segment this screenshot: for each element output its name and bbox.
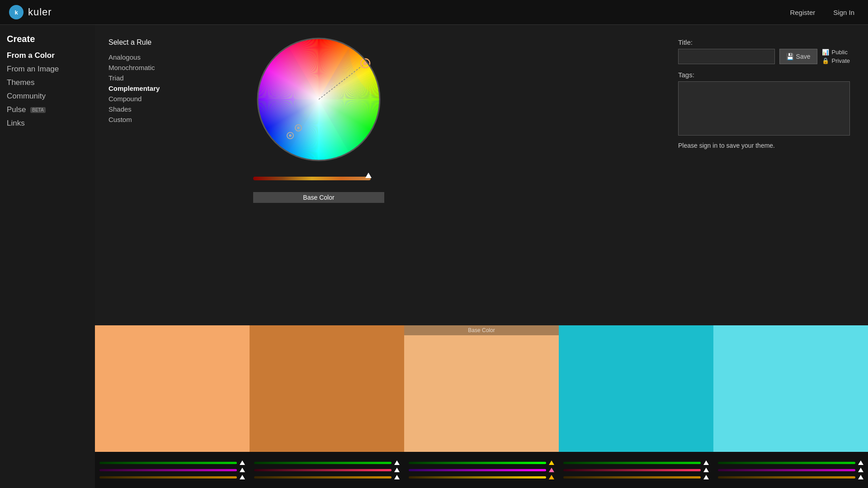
slider-thumb-5-2[interactable]	[858, 468, 863, 472]
save-icon: 💾	[786, 53, 794, 60]
slider-track-4-2[interactable]	[563, 469, 701, 471]
register-link[interactable]: Register	[790, 9, 815, 16]
rule-panel: Select a Rule Analogous Monochromatic Tr…	[108, 38, 199, 125]
hue-slider[interactable]	[253, 172, 384, 185]
slider-track-2-3[interactable]	[254, 476, 392, 479]
visibility-private[interactable]: 🔒 Private	[822, 57, 850, 64]
private-icon: 🔒	[822, 57, 829, 64]
slider-thumb-4-2[interactable]	[703, 468, 709, 472]
swatch-4[interactable]	[559, 325, 713, 452]
slider-thumb-4-1[interactable]	[703, 460, 709, 465]
public-label: Public	[832, 49, 848, 56]
tags-input[interactable]	[678, 81, 850, 136]
color-wheel-container[interactable]	[253, 34, 384, 165]
rule-complementary[interactable]: Complementary	[108, 83, 199, 94]
slider-row-4-2	[563, 468, 709, 472]
signin-link[interactable]: Sign In	[833, 9, 854, 16]
header: k kuler Register Sign In	[0, 0, 868, 25]
sidebar-item-themes[interactable]: Themes	[7, 76, 95, 89]
slider-track-5-2[interactable]	[718, 469, 855, 471]
base-color-indicator: Base Color	[404, 325, 559, 335]
slider-track-3-2[interactable]	[409, 469, 546, 471]
slider-thumb-5-3[interactable]	[858, 475, 863, 479]
rule-triad[interactable]: Triad	[108, 73, 199, 83]
slider-col-4	[559, 452, 713, 488]
rule-monochromatic[interactable]: Monochromatic	[108, 62, 199, 73]
slider-col-1	[95, 452, 250, 488]
rule-compound[interactable]: Compound	[108, 94, 199, 104]
title-input-row: 💾 Save 📊 Public 🔒 Private	[678, 49, 850, 64]
sidebar-item-links[interactable]: Links	[7, 117, 95, 130]
slider-row-4-1	[563, 460, 709, 465]
slider-thumb-1-3[interactable]	[240, 475, 245, 479]
sidebar-item-pulse[interactable]: Pulse BETA	[7, 103, 95, 117]
slider-row-3-1	[409, 460, 554, 465]
slider-track-1-2[interactable]	[99, 469, 237, 471]
bottom-sliders	[95, 452, 868, 488]
slider-track-3-3[interactable]	[409, 476, 546, 479]
slider-thumb-2-2[interactable]	[394, 468, 400, 472]
title-label: Title:	[678, 38, 850, 46]
slider-thumb-1-2[interactable]	[240, 468, 245, 472]
slider-row-2-1	[254, 460, 400, 465]
private-label: Private	[832, 57, 850, 64]
title-input[interactable]	[678, 49, 775, 64]
swatch-3[interactable]: Base Color	[404, 325, 559, 452]
slider-row-5-1	[718, 460, 863, 465]
rule-shades[interactable]: Shades	[108, 104, 199, 114]
slider-track-4-3[interactable]	[563, 476, 701, 479]
slider-row-3-2	[409, 468, 554, 472]
public-icon: 📊	[822, 49, 829, 56]
slider-track-2-2[interactable]	[254, 469, 392, 471]
slider-row-1-1	[99, 460, 245, 465]
slider-thumb-2-1[interactable]	[394, 460, 400, 465]
sidebar-section-title: Create	[7, 34, 95, 44]
logo-text: k	[14, 9, 18, 16]
slider-row-4-3	[563, 475, 709, 479]
slider-thumb-3-1[interactable]	[549, 460, 554, 465]
slider-thumb-5-1[interactable]	[858, 460, 863, 465]
slider-thumb-2-3[interactable]	[394, 475, 400, 479]
slider-thumb-1-1[interactable]	[240, 460, 245, 465]
color-wheel[interactable]	[253, 34, 384, 165]
header-nav: Register Sign In	[790, 9, 854, 16]
visibility-public[interactable]: 📊 Public	[822, 49, 850, 56]
slider-thumb-3-3[interactable]	[549, 475, 554, 479]
slider-row-2-2	[254, 468, 400, 472]
slider-col-5	[713, 452, 868, 488]
rule-analogous[interactable]: Analogous	[108, 52, 199, 62]
rule-panel-title: Select a Rule	[108, 38, 199, 47]
svg-point-9	[289, 134, 292, 137]
logo-icon: k	[9, 5, 24, 19]
slider-track-5-3[interactable]	[718, 476, 855, 479]
svg-point-7	[297, 127, 300, 129]
sidebar-item-from-a-color[interactable]: From a Color	[7, 49, 95, 62]
slider-thumb-4-3[interactable]	[703, 475, 709, 479]
visibility-options: 📊 Public 🔒 Private	[822, 49, 850, 64]
swatch-1[interactable]	[95, 325, 250, 452]
slider-row-3-3	[409, 475, 554, 479]
slider-col-3	[404, 452, 559, 488]
save-label: Save	[796, 53, 811, 60]
sidebar-item-from-an-image[interactable]: From an Image	[7, 62, 95, 76]
slider-thumb-3-2[interactable]	[549, 468, 554, 472]
slider-track-1-1[interactable]	[99, 462, 237, 464]
app-title: kuler	[28, 6, 52, 18]
slider-track-4-1[interactable]	[563, 462, 701, 464]
swatch-2[interactable]	[250, 325, 404, 452]
slider-track-3-1[interactable]	[409, 462, 546, 464]
sidebar: Create From a Color From an Image Themes…	[0, 25, 95, 488]
save-button[interactable]: 💾 Save	[779, 49, 817, 64]
main-content: Select a Rule Analogous Monochromatic Tr…	[95, 25, 868, 488]
slider-col-2	[250, 452, 404, 488]
beta-badge: BETA	[30, 107, 45, 113]
slider-row-5-3	[718, 475, 863, 479]
slider-row-1-2	[99, 468, 245, 472]
rule-custom[interactable]: Custom	[108, 114, 199, 125]
slider-track-5-1[interactable]	[718, 462, 855, 464]
swatches-area: Base Color	[95, 325, 868, 452]
swatch-5[interactable]	[713, 325, 868, 452]
slider-track-2-1[interactable]	[254, 462, 392, 464]
slider-track-1-3[interactable]	[99, 476, 237, 479]
sidebar-item-community[interactable]: Community	[7, 89, 95, 103]
